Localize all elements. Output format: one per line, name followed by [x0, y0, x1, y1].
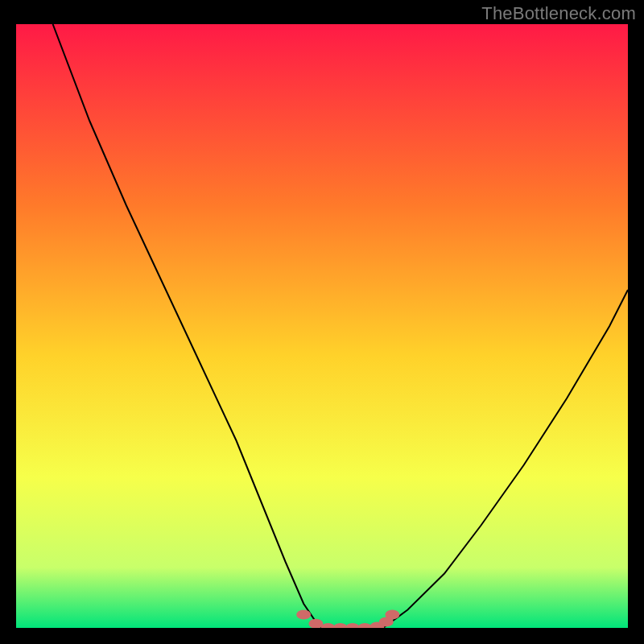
valley-marker — [385, 610, 399, 620]
chart-frame: TheBottleneck.com — [0, 0, 644, 644]
watermark-text: TheBottleneck.com — [481, 3, 636, 24]
gradient-background — [16, 24, 628, 628]
valley-marker — [296, 610, 311, 620]
plot-area — [16, 24, 628, 628]
bottleneck-chart — [16, 24, 628, 628]
